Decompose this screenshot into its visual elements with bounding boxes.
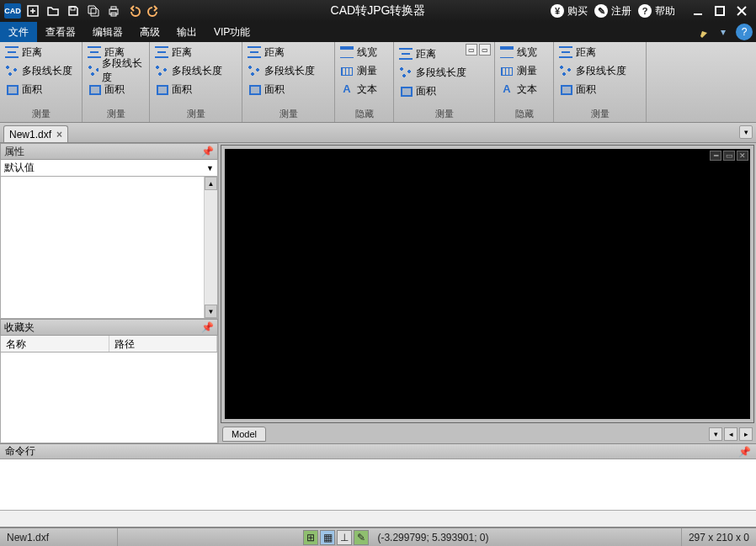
menu-help-icon[interactable]: ?	[736, 24, 753, 40]
ribbon-group-measure-1: 距离 多段线长度 面积 测量	[0, 42, 83, 122]
open-button[interactable]	[44, 2, 62, 20]
column-name[interactable]: 名称	[1, 336, 109, 352]
drawing-canvas[interactable]: ━ ▭ ✕	[225, 149, 750, 419]
distance-icon	[5, 46, 19, 58]
svg-rect-8	[716, 7, 724, 15]
menu-bar: 文件 查看器 编辑器 高级 输出 VIP功能 ▾ ?	[0, 22, 756, 42]
status-coordinates: (-3.299799; 5.393901; 0)	[370, 532, 495, 543]
chevron-down-icon: ▼	[206, 164, 214, 172]
status-polar-icon[interactable]: ✎	[354, 530, 369, 545]
menu-edit-icon[interactable]	[695, 22, 714, 42]
command-header: 命令行 📌	[0, 444, 756, 459]
viewport-minimize[interactable]: ━	[710, 151, 721, 161]
menu-viewer[interactable]: 查看器	[37, 22, 84, 42]
area-icon	[399, 85, 413, 97]
save-button[interactable]	[64, 2, 83, 20]
new-button[interactable]	[24, 2, 42, 20]
polyline-icon	[399, 66, 413, 78]
linewidth-icon	[500, 46, 514, 58]
canvas-wrap: ━ ▭ ✕	[221, 145, 754, 423]
pin-icon[interactable]: 📌	[201, 321, 214, 333]
save-all-button[interactable]	[84, 2, 103, 20]
polyline-length-button[interactable]: 多段线长度	[557, 62, 642, 79]
properties-panel-header: 属性 📌	[0, 143, 218, 160]
viewport-maximize[interactable]: ▭	[723, 151, 735, 161]
menu-editor[interactable]: 编辑器	[84, 22, 131, 42]
area-button[interactable]: 面积	[246, 81, 331, 98]
command-input[interactable]	[0, 511, 756, 527]
scrollbar[interactable]: ▲ ▼	[204, 177, 217, 318]
maximize-button[interactable]	[711, 2, 729, 20]
polyline-length-button[interactable]: 多段线长度	[86, 62, 146, 79]
undo-button[interactable]	[125, 2, 143, 20]
redo-button[interactable]	[145, 2, 163, 20]
buy-button[interactable]: ¥购买	[551, 4, 588, 19]
viewport-close[interactable]: ✕	[737, 151, 748, 161]
app-title: CAD转JPG转换器	[331, 3, 426, 19]
text-button[interactable]: A文本	[338, 81, 390, 98]
area-icon	[559, 83, 572, 95]
status-bar: New1.dxf ⊞ ▦ ⊥ ✎ (-3.299799; 5.393901; 0…	[0, 527, 756, 546]
command-history[interactable]	[0, 459, 756, 511]
main-area: 属性 📌 默认值 ▼ ▲ ▼ 收藏夹 📌 名称 路径	[0, 143, 756, 443]
pin-icon[interactable]: 📌	[201, 146, 214, 157]
command-panel: 命令行 📌	[0, 443, 756, 527]
app-icon[interactable]: CAD	[3, 2, 22, 20]
distance-button[interactable]: 距离	[397, 45, 491, 62]
layout-prev[interactable]: ◂	[724, 427, 737, 441]
distance-button[interactable]: 距离	[557, 44, 642, 61]
polyline-length-button[interactable]: 多段线长度	[153, 62, 238, 79]
menu-advanced[interactable]: 高级	[131, 22, 168, 42]
close-button[interactable]	[732, 2, 751, 20]
properties-selector[interactable]: 默认值 ▼	[0, 160, 218, 177]
area-icon	[155, 83, 168, 95]
polyline-icon	[559, 65, 572, 77]
help-button[interactable]: ?帮助	[638, 4, 675, 19]
register-button[interactable]: ✎注册	[594, 4, 631, 19]
distance-button[interactable]: 距离	[246, 44, 331, 61]
status-ortho-icon[interactable]: ⊥	[337, 530, 352, 545]
polyline-length-button[interactable]: 多段线长度	[397, 64, 491, 81]
menu-expand-icon[interactable]: ▾	[714, 22, 732, 42]
measure-button[interactable]: 测量	[498, 62, 550, 79]
status-grid-icon[interactable]: ▦	[320, 530, 335, 545]
print-button[interactable]	[104, 2, 123, 20]
polyline-icon	[155, 65, 168, 77]
properties-list: ▲ ▼	[0, 177, 218, 319]
polyline-length-button[interactable]: 多段线长度	[246, 62, 331, 79]
group-label: 测量	[3, 106, 78, 122]
document-tab[interactable]: New1.dxf ×	[3, 125, 68, 142]
menu-vip[interactable]: VIP功能	[205, 22, 258, 42]
scroll-down[interactable]: ▼	[205, 305, 217, 318]
layout-next[interactable]: ▸	[739, 427, 753, 441]
text-button[interactable]: A文本	[498, 81, 550, 98]
area-button[interactable]: 面积	[153, 81, 238, 98]
column-path[interactable]: 路径	[109, 336, 218, 352]
status-snap-icon[interactable]: ⊞	[303, 530, 318, 545]
area-button[interactable]: 面积	[3, 81, 78, 98]
minimize-button[interactable]	[689, 2, 707, 20]
ribbon-group-measure-5: ▭▭ 距离 多段线长度 面积 测量	[394, 42, 495, 122]
status-dimensions: 297 x 210 x 0	[681, 528, 756, 546]
scroll-up[interactable]: ▲	[205, 177, 217, 190]
distance-button[interactable]: 距离	[153, 44, 238, 61]
layout-dropdown[interactable]: ▾	[709, 427, 722, 441]
linewidth-button[interactable]: 线宽	[498, 44, 550, 61]
menu-file[interactable]: 文件	[0, 22, 37, 42]
area-button[interactable]: 面积	[397, 82, 491, 99]
model-tab[interactable]: Model	[222, 427, 266, 442]
tab-label: New1.dxf	[9, 129, 51, 140]
linewidth-button[interactable]: 线宽	[338, 44, 390, 61]
ribbon-group-hide-2: 线宽 测量 A文本 隐藏	[495, 42, 554, 122]
document-tabs: New1.dxf × ▾	[0, 123, 756, 143]
area-button[interactable]: 面积	[557, 81, 642, 98]
left-panel: 属性 📌 默认值 ▼ ▲ ▼ 收藏夹 📌 名称 路径	[0, 143, 219, 443]
distance-button[interactable]: 距离	[3, 44, 78, 61]
tab-close-icon[interactable]: ×	[56, 129, 62, 140]
menu-output[interactable]: 输出	[168, 22, 205, 42]
measure-button[interactable]: 测量	[338, 62, 390, 79]
pin-icon[interactable]: 📌	[738, 446, 751, 458]
area-button[interactable]: 面积	[86, 81, 146, 98]
tabs-dropdown[interactable]: ▾	[739, 125, 753, 139]
polyline-length-button[interactable]: 多段线长度	[3, 62, 78, 79]
